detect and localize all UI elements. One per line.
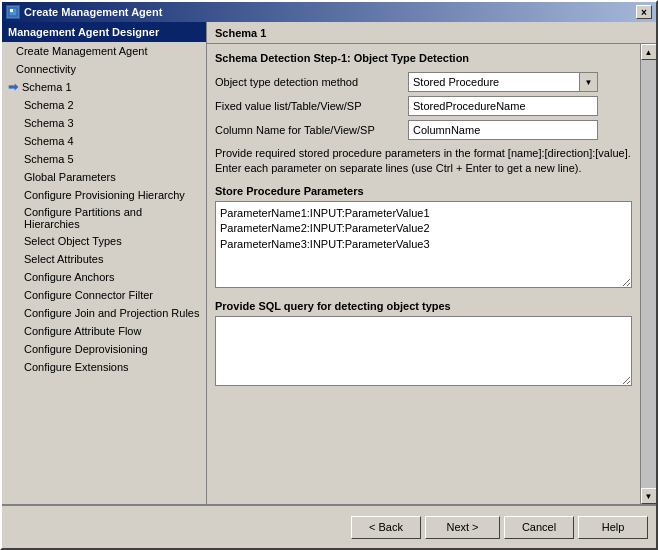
section-title: Schema Detection Step-1: Object Type Det… <box>215 52 632 64</box>
back-button[interactable]: < Back <box>351 516 421 539</box>
column-name-control <box>408 120 632 140</box>
sidebar-item-configure-partitions-label: Configure Partitions and Hierarchies <box>24 206 200 230</box>
fixed-value-input[interactable] <box>408 96 598 116</box>
scrollbar-track[interactable] <box>641 60 657 488</box>
window-icon <box>6 5 20 19</box>
sidebar-item-schema4[interactable]: Schema 4 <box>2 132 206 150</box>
sidebar-item-schema2-label: Schema 2 <box>24 99 74 111</box>
sidebar-item-schema3[interactable]: Schema 3 <box>2 114 206 132</box>
column-name-label: Column Name for Table/View/SP <box>215 124 400 136</box>
sidebar-item-configure-connector-filter-label: Configure Connector Filter <box>24 289 153 301</box>
footer: < Back Next > Cancel Help <box>2 504 656 548</box>
content-scrollbar: ▲ ▼ <box>640 44 656 504</box>
column-name-input[interactable] <box>408 120 598 140</box>
detection-method-dropdown-arrow[interactable]: ▼ <box>579 73 597 91</box>
sidebar-item-schema3-label: Schema 3 <box>24 117 74 129</box>
close-button[interactable]: × <box>636 5 652 19</box>
sidebar-item-configure-join[interactable]: Configure Join and Projection Rules <box>2 304 206 322</box>
title-bar-content: Create Management Agent <box>6 5 162 19</box>
content-scroll[interactable]: Schema Detection Step-1: Object Type Det… <box>207 44 640 504</box>
sidebar-item-configure-provisioning-label: Configure Provisioning Hierarchy <box>24 189 185 201</box>
sidebar: Management Agent Designer Create Managem… <box>2 22 207 504</box>
window: Create Management Agent × Management Age… <box>0 0 658 550</box>
sidebar-item-configure-attribute-flow[interactable]: Configure Attribute Flow <box>2 322 206 340</box>
cancel-button[interactable]: Cancel <box>504 516 574 539</box>
sidebar-item-select-attributes-label: Select Attributes <box>24 253 104 265</box>
sidebar-item-configure-attribute-flow-label: Configure Attribute Flow <box>24 325 141 337</box>
sidebar-header: Management Agent Designer <box>2 22 206 42</box>
detection-method-row: Object type detection method Stored Proc… <box>215 72 632 92</box>
description-text: Provide required stored procedure parame… <box>215 146 632 177</box>
scroll-up-button[interactable]: ▲ <box>641 44 657 60</box>
sidebar-item-configure-extensions[interactable]: Configure Extensions <box>2 358 206 376</box>
detection-method-value: Stored Procedure <box>409 72 579 92</box>
sidebar-item-configure-provisioning[interactable]: Configure Provisioning Hierarchy <box>2 186 206 204</box>
sidebar-item-configure-extensions-label: Configure Extensions <box>24 361 129 373</box>
sidebar-item-configure-anchors-label: Configure Anchors <box>24 271 115 283</box>
store-procedure-parameters[interactable]: ParameterName1:INPUT:ParameterValue1 Par… <box>215 201 632 288</box>
sidebar-item-create-ma-label: Create Management Agent <box>16 45 147 57</box>
sidebar-item-configure-join-label: Configure Join and Projection Rules <box>24 307 200 319</box>
main-content: Management Agent Designer Create Managem… <box>2 22 656 504</box>
sidebar-item-connectivity[interactable]: Connectivity <box>2 60 206 78</box>
next-button[interactable]: Next > <box>425 516 500 539</box>
content-panel: Schema 1 Schema Detection Step-1: Object… <box>207 22 656 504</box>
detection-method-control: Stored Procedure ▼ <box>408 72 632 92</box>
fixed-value-label: Fixed value list/Table/View/SP <box>215 100 400 112</box>
column-name-row: Column Name for Table/View/SP <box>215 120 632 140</box>
sidebar-item-configure-partitions[interactable]: Configure Partitions and Hierarchies <box>2 204 206 232</box>
title-bar: Create Management Agent × <box>2 2 656 22</box>
sidebar-item-configure-anchors[interactable]: Configure Anchors <box>2 268 206 286</box>
scroll-down-button[interactable]: ▼ <box>641 488 657 504</box>
content-outer: Schema Detection Step-1: Object Type Det… <box>207 44 656 504</box>
sidebar-item-select-object-types-label: Select Object Types <box>24 235 122 247</box>
fixed-value-row: Fixed value list/Table/View/SP <box>215 96 632 116</box>
sidebar-item-schema4-label: Schema 4 <box>24 135 74 147</box>
sidebar-item-global-params[interactable]: Global Parameters <box>2 168 206 186</box>
sidebar-item-connectivity-label: Connectivity <box>16 63 76 75</box>
detection-method-label: Object type detection method <box>215 76 400 88</box>
svg-rect-1 <box>10 9 13 12</box>
sidebar-item-schema5-label: Schema 5 <box>24 153 74 165</box>
store-procedure-label: Store Procedure Parameters <box>215 185 632 197</box>
sidebar-item-schema1-label: Schema 1 <box>22 81 72 93</box>
content-body: Schema Detection Step-1: Object Type Det… <box>207 44 640 396</box>
content-panel-header: Schema 1 <box>207 22 656 44</box>
sidebar-item-select-object-types[interactable]: Select Object Types <box>2 232 206 250</box>
detection-method-dropdown[interactable]: Stored Procedure ▼ <box>408 72 598 92</box>
sql-query-input[interactable] <box>215 316 632 386</box>
sidebar-item-schema1[interactable]: ➡ Schema 1 <box>2 78 206 96</box>
window-title: Create Management Agent <box>24 6 162 18</box>
sidebar-item-select-attributes[interactable]: Select Attributes <box>2 250 206 268</box>
sidebar-item-create-ma[interactable]: Create Management Agent <box>2 42 206 60</box>
sidebar-item-global-params-label: Global Parameters <box>24 171 116 183</box>
sidebar-item-schema5[interactable]: Schema 5 <box>2 150 206 168</box>
fixed-value-control <box>408 96 632 116</box>
current-arrow-icon: ➡ <box>8 80 18 94</box>
sidebar-item-configure-deprovisioning-label: Configure Deprovisioning <box>24 343 148 355</box>
content-header-title: Schema 1 <box>215 27 266 39</box>
sidebar-item-configure-deprovisioning[interactable]: Configure Deprovisioning <box>2 340 206 358</box>
sidebar-item-schema2[interactable]: Schema 2 <box>2 96 206 114</box>
help-button[interactable]: Help <box>578 516 648 539</box>
sql-query-label: Provide SQL query for detecting object t… <box>215 300 632 312</box>
sidebar-item-configure-connector-filter[interactable]: Configure Connector Filter <box>2 286 206 304</box>
